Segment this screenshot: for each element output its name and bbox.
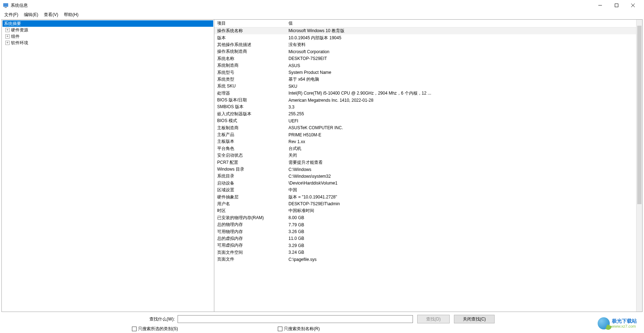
cell-item: PCR7 配置: [214, 159, 286, 166]
table-row[interactable]: 系统制造商ASUS: [214, 62, 636, 69]
table-row[interactable]: 可用物理内存3.26 GB: [214, 228, 636, 235]
table-row[interactable]: 其他操作系统描述没有资料: [214, 41, 636, 48]
table-row[interactable]: 操作系统制造商Microsoft Corporation: [214, 48, 636, 55]
tree-node-hardware[interactable]: + 硬件资源: [2, 27, 213, 33]
cell-value: 需要提升才能查看: [286, 159, 636, 166]
cell-value: SKU: [286, 84, 636, 89]
checkbox-selected-only[interactable]: 只搜索所选的类别(S): [132, 326, 178, 332]
table-row[interactable]: 系统 SKUSKU: [214, 83, 636, 90]
search-bar: 查找什么(W): 查找(D) 关闭查找(C) 只搜索所选的类别(S) 只搜索类别…: [0, 312, 644, 333]
content-area: 系统摘要 + 硬件资源 + 组件 + 软件环境 项目 值 操作系统名称Micro…: [1, 19, 643, 312]
table-row[interactable]: 主板版本Rev 1.xx: [214, 138, 636, 145]
table-row[interactable]: 已安装的物理内存(RAM)8.00 GB: [214, 215, 636, 221]
minimize-button[interactable]: [592, 0, 608, 11]
cell-item: 页面文件空间: [214, 249, 286, 256]
table-row[interactable]: BIOS 模式UEFI: [214, 117, 636, 124]
table-row[interactable]: 时区中国标准时间: [214, 207, 636, 214]
table-row[interactable]: 系统名称DESKTOP-7S29EIT: [214, 55, 636, 62]
detail-table[interactable]: 项目 值 操作系统名称Microsoft Windows 10 教育版版本10.…: [214, 20, 636, 312]
cell-item: BIOS 模式: [214, 117, 286, 124]
window-title: 系统信息: [11, 2, 592, 9]
table-row[interactable]: 平台角色台式机: [214, 145, 636, 152]
table-row[interactable]: 主板产品PRIME H510M-E: [214, 131, 636, 138]
cell-value: 没有资料: [286, 41, 636, 48]
window-controls: [592, 0, 641, 11]
table-row[interactable]: 总的物理内存7.79 GB: [214, 221, 636, 228]
checkbox-icon[interactable]: [278, 327, 282, 331]
header-value[interactable]: 值: [286, 20, 636, 27]
cell-item: 区域设置: [214, 187, 286, 193]
table-row[interactable]: 系统型号System Product Name: [214, 69, 636, 76]
table-row[interactable]: 系统目录C:\Windows\system32: [214, 173, 636, 180]
table-row[interactable]: 硬件抽象层版本 = "10.0.19041.2728": [214, 193, 636, 200]
table-row[interactable]: 主板制造商ASUSTeK COMPUTER INC.: [214, 124, 636, 131]
table-row[interactable]: Windows 目录C:\Windows: [214, 166, 636, 173]
find-button[interactable]: 查找(D): [417, 315, 450, 323]
cell-item: 页面文件: [214, 256, 286, 263]
table-row[interactable]: 页面文件C:\pagefile.sys: [214, 256, 636, 263]
cell-item: 系统名称: [214, 55, 286, 62]
header-item[interactable]: 项目: [214, 20, 286, 27]
expand-icon[interactable]: +: [5, 34, 10, 39]
table-row[interactable]: 区域设置中国: [214, 187, 636, 193]
tree-node-components[interactable]: + 组件: [2, 33, 213, 40]
table-row[interactable]: SMBIOS 版本3.3: [214, 104, 636, 110]
cell-value: 7.79 GB: [286, 222, 636, 228]
table-row[interactable]: 用户名DESKTOP-7S29EIT\admin: [214, 201, 636, 207]
tree-node-software[interactable]: + 软件环境: [2, 40, 213, 46]
cell-value: ASUS: [286, 63, 636, 69]
cell-item: 时区: [214, 207, 286, 214]
cell-item: 可用虚拟内存: [214, 242, 286, 249]
table-row[interactable]: 启动设备\Device\HarddiskVolume1: [214, 180, 636, 187]
vertical-scrollbar[interactable]: [636, 20, 642, 312]
cell-value: 版本 = "10.0.19041.2728": [286, 194, 636, 201]
cell-value: 中国标准时间: [286, 207, 636, 214]
cell-item: 启动设备: [214, 180, 286, 187]
cell-item: 主板版本: [214, 138, 286, 145]
checkbox-names-only[interactable]: 只搜索类别名称(R): [278, 326, 320, 332]
cell-value: Rev 1.xx: [286, 139, 636, 145]
table-row[interactable]: 系统类型基于 x64 的电脑: [214, 76, 636, 83]
cell-item: 系统类型: [214, 76, 286, 83]
table-row[interactable]: 处理器Intel(R) Core(TM) i5-10400 CPU @ 2.90…: [214, 90, 636, 97]
tree-panel[interactable]: 系统摘要 + 硬件资源 + 组件 + 软件环境: [2, 20, 214, 312]
menu-bar: 文件(F) 编辑(E) 查看(V) 帮助(H): [0, 11, 644, 19]
tree-node-system-summary[interactable]: 系统摘要: [2, 20, 213, 27]
cell-item: 用户名: [214, 201, 286, 207]
table-row[interactable]: BIOS 版本/日期American Megatrends Inc. 1410,…: [214, 97, 636, 104]
cell-value: 关闭: [286, 152, 636, 159]
search-input[interactable]: [178, 315, 413, 323]
checkbox-icon[interactable]: [132, 327, 137, 331]
table-row[interactable]: 嵌入式控制器版本255.255: [214, 111, 636, 117]
cell-item: Windows 目录: [214, 166, 286, 173]
table-row[interactable]: 操作系统名称Microsoft Windows 10 教育版: [214, 27, 636, 34]
menu-file[interactable]: 文件(F): [1, 11, 21, 19]
watermark-url: www.xz7.com: [612, 324, 637, 328]
table-row[interactable]: 安全启动状态关闭: [214, 152, 636, 159]
cell-value: DESKTOP-7S29EIT\admin: [286, 201, 636, 207]
menu-edit[interactable]: 编辑(E): [21, 11, 41, 19]
cell-item: 总的虚拟内存: [214, 235, 286, 242]
menu-help[interactable]: 帮助(H): [61, 11, 81, 19]
table-row[interactable]: 总的虚拟内存11.0 GB: [214, 235, 636, 242]
cell-value: \Device\HarddiskVolume1: [286, 180, 636, 186]
scrollbar-thumb[interactable]: [637, 26, 642, 204]
table-row[interactable]: 版本10.0.19045 内部版本 19045: [214, 34, 636, 41]
cell-value: DESKTOP-7S29EIT: [286, 56, 636, 61]
expand-icon[interactable]: +: [5, 28, 10, 32]
table-row[interactable]: 可用虚拟内存3.29 GB: [214, 242, 636, 249]
cell-value: 8.00 GB: [286, 215, 636, 221]
close-button[interactable]: [625, 0, 641, 11]
tree-label: 软件环境: [11, 40, 28, 46]
cell-value: 中国: [286, 187, 636, 193]
close-find-button[interactable]: 关闭查找(C): [454, 315, 495, 323]
menu-view[interactable]: 查看(V): [41, 11, 61, 19]
table-row[interactable]: PCR7 配置需要提升才能查看: [214, 159, 636, 166]
maximize-button[interactable]: [608, 0, 625, 11]
expand-icon[interactable]: +: [5, 41, 10, 45]
cell-item: 已安装的物理内存(RAM): [214, 215, 286, 221]
cell-value: 3.3: [286, 104, 636, 110]
cell-item: 操作系统名称: [214, 27, 286, 34]
table-row[interactable]: 页面文件空间3.24 GB: [214, 249, 636, 256]
cell-item: 安全启动状态: [214, 152, 286, 159]
